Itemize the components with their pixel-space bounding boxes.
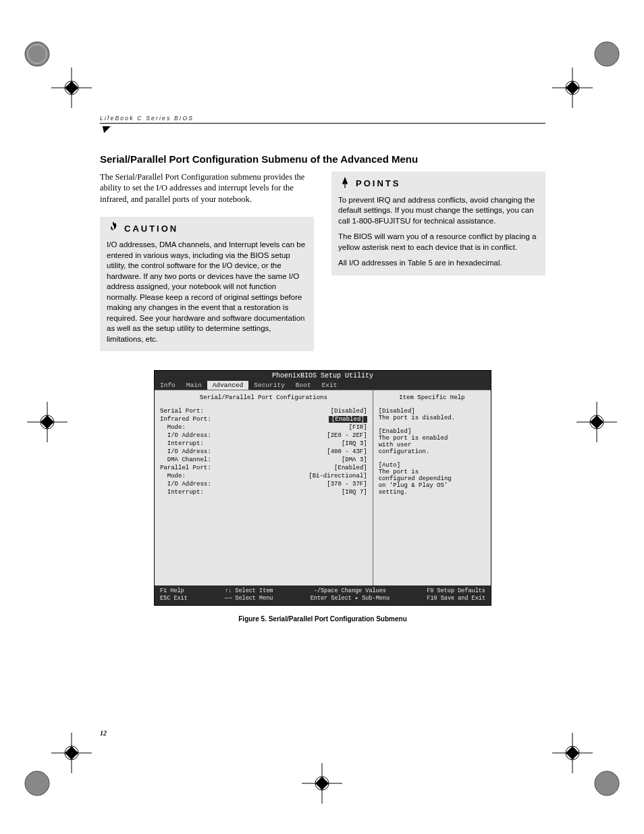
- bios-setting-label: Parallel Port:: [160, 465, 211, 471]
- points-label: POINTS: [356, 178, 400, 190]
- caution-callout: CAUTION I/O addresses, DMA channels, and…: [100, 217, 314, 352]
- regmark-icon: [590, 37, 624, 71]
- bios-setting-row: Parallel Port:[Enabled]: [160, 465, 367, 471]
- bios-setting-value: [IRQ 7]: [342, 489, 367, 496]
- bios-tab: Info: [155, 381, 181, 390]
- bios-setting-label: Infrared Port:: [160, 416, 211, 423]
- regmark-icon: [20, 766, 54, 800]
- bios-setting-label: I/O Address:: [160, 481, 211, 488]
- footer-f1: F1 Help: [160, 588, 184, 595]
- bios-setting-value: [Bi-directional]: [308, 473, 367, 479]
- bios-help-line: [379, 421, 485, 428]
- footer-esc: ESC Exit: [160, 595, 188, 602]
- svg-point-9: [25, 771, 49, 796]
- bios-help-line: [379, 455, 485, 462]
- regmark-icon: [590, 766, 624, 800]
- bios-help-line: [Auto]: [379, 462, 485, 469]
- bios-setting-value: [400 - 43F]: [327, 448, 367, 455]
- section-title: Serial/Parallel Port Configuration Subme…: [100, 153, 545, 165]
- footer-enter: Enter Select ▸ Sub-Menu: [311, 595, 390, 602]
- regmark-icon: [20, 37, 54, 71]
- bios-setting-value: [FIR]: [349, 424, 367, 431]
- page-number: 12: [100, 729, 107, 737]
- bios-subtitle: Serial/Parallel Port Configurations: [160, 394, 367, 401]
- bios-setting-row: Mode:[FIR]: [160, 424, 367, 431]
- bios-setting-row: Infrared Port:[Enabled]: [160, 416, 367, 423]
- caution-label: CAUTION: [124, 223, 178, 235]
- flame-icon: [107, 221, 120, 238]
- crosshair-icon: [552, 68, 593, 108]
- bios-setting-label: Mode:: [160, 473, 186, 479]
- bios-setting-label: Interrupt:: [160, 440, 204, 447]
- figure-caption: Figure 5. Serial/Parallel Port Configura…: [154, 615, 491, 623]
- crosshair-icon: [576, 402, 617, 442]
- bios-setting-value: [378 - 37F]: [327, 481, 367, 488]
- bios-setting-row: Mode:[Bi-directional]: [160, 473, 367, 479]
- bios-setting-label: Mode:: [160, 424, 186, 431]
- bios-help-line: configuration.: [379, 448, 485, 455]
- footer-change-values: -/Space Change Values: [314, 588, 386, 595]
- svg-point-13: [595, 771, 619, 796]
- bios-help-line: setting.: [379, 489, 485, 496]
- bios-tab: Exit: [317, 381, 343, 390]
- bios-menubar: InfoMainAdvancedSecurityBootExit: [155, 381, 491, 390]
- caution-body: I/O addresses, DMA channels, and Interru…: [107, 240, 307, 344]
- bios-setting-label: I/O Address:: [160, 448, 211, 455]
- bios-setting-label: I/O Address:: [160, 432, 211, 439]
- bios-setting-label: Serial Port:: [160, 408, 204, 415]
- crosshair-icon: [302, 763, 342, 804]
- bios-tab: Main: [181, 381, 207, 390]
- bios-tab: Security: [248, 381, 290, 390]
- bios-footer: F1 Help ↑↓ Select Item -/Space Change Va…: [155, 585, 491, 604]
- bios-setting-value: [Disabled]: [331, 408, 367, 415]
- bios-tab: Advanced: [207, 381, 249, 390]
- crosshair-icon: [552, 733, 593, 773]
- bios-help-line: The port is enabled: [379, 435, 485, 442]
- bios-help-line: The port is disabled.: [379, 415, 485, 421]
- footer-select-menu: ←→ Select Menu: [225, 595, 273, 602]
- bios-setting-value: [2E8 - 2EF]: [327, 432, 367, 439]
- bios-setting-value: [IRQ 3]: [342, 440, 367, 447]
- running-header: LifeBook C Series BIOS: [100, 115, 545, 122]
- bios-title: PhoenixBIOS Setup Utility: [155, 371, 491, 381]
- intro-paragraph: The Serial/Parallel Port Configuration s…: [100, 172, 314, 205]
- bios-setting-label: Interrupt:: [160, 489, 204, 496]
- bios-setting-row: Interrupt:[IRQ 3]: [160, 440, 367, 447]
- points-p1: To prevent IRQ and address conflicts, av…: [338, 195, 539, 227]
- bios-setting-row: I/O Address:[378 - 37F]: [160, 481, 367, 488]
- bios-setting-value: [Enabled]: [334, 465, 367, 471]
- bios-help-line: on 'Plug & Play OS': [379, 482, 485, 489]
- bios-setting-row: I/O Address:[2E8 - 2EF]: [160, 432, 367, 439]
- crosshair-icon: [51, 68, 92, 108]
- bios-help-line: [Disabled]: [379, 408, 485, 415]
- svg-point-5: [595, 42, 619, 66]
- footer-select-item: ↑↓ Select Item: [225, 588, 273, 595]
- bios-help-line: The port is: [379, 469, 485, 475]
- bios-setting-label: DMA Channel:: [160, 457, 211, 463]
- bios-help-line: configured depending: [379, 475, 485, 482]
- bios-help-line: [Enabled]: [379, 428, 485, 435]
- bios-setting-row: DMA Channel:[DMA 3]: [160, 457, 367, 463]
- crosshair-icon: [51, 733, 92, 773]
- bios-figure: PhoenixBIOS Setup Utility InfoMainAdvanc…: [154, 370, 491, 622]
- bios-help-heading: Item Specific Help: [379, 394, 485, 401]
- footer-f10: F10 Save and Exit: [427, 595, 485, 602]
- bios-setting-value: [Enabled]: [329, 416, 367, 423]
- bios-setting-row: Serial Port:[Disabled]: [160, 408, 367, 415]
- crosshair-icon: [27, 402, 68, 442]
- bios-setting-row: I/O Address:[400 - 43F]: [160, 448, 367, 455]
- footer-f9: F9 Setup Defaults: [427, 588, 485, 595]
- bios-setting-row: Interrupt:[IRQ 7]: [160, 489, 367, 496]
- bios-help-line: with user: [379, 442, 485, 448]
- bios-setting-value: [DMA 3]: [342, 457, 367, 463]
- points-callout: POINTS To prevent IRQ and address confli…: [331, 172, 545, 276]
- points-p2: The BIOS will warn you of a resource con…: [338, 232, 539, 253]
- points-p3: All I/O addresses in Table 5 are in hexa…: [338, 258, 539, 269]
- section-marker-icon: [100, 126, 111, 133]
- pen-icon: [338, 176, 352, 192]
- bios-tab: Boot: [290, 381, 317, 390]
- svg-point-0: [25, 42, 49, 66]
- header-rule: [100, 123, 545, 124]
